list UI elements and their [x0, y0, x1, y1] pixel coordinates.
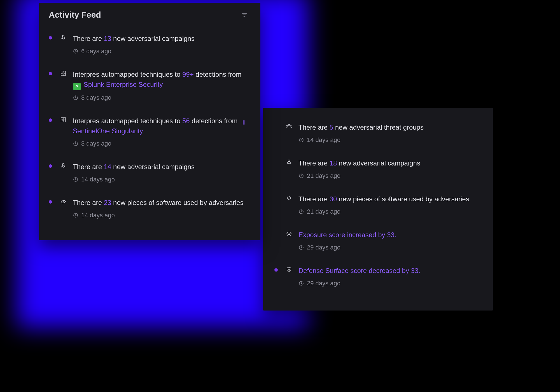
automap-icon — [60, 116, 67, 123]
feed-item-count: 30 — [330, 195, 337, 203]
feed-item-text: There are 30 new pieces of software used… — [298, 194, 482, 204]
feed-item-count: 18 — [330, 159, 337, 167]
feed-item-text: Interpres automapped techniques to 99+ d… — [73, 69, 249, 90]
feed-item-text: There are 14 new adversarial campaigns — [73, 162, 249, 172]
timeline-bullet-icon — [274, 268, 278, 272]
feed-item-timestamp: 14 days ago — [73, 212, 249, 219]
feed-item[interactable]: Interpres automapped techniques to 56 de… — [49, 111, 249, 157]
feed-item[interactable]: There are 14 new adversarial campaigns14… — [49, 157, 249, 193]
feed-item-body: Interpres automapped techniques to 56 de… — [73, 116, 249, 147]
feed-item-timestamp: 8 days ago — [73, 140, 249, 147]
activity-feed-panel-continued: There are 5 new adversarial threat group… — [263, 108, 493, 311]
clock-icon — [73, 177, 78, 182]
feed-item-type-icon — [286, 266, 292, 273]
feed-item-text-fragment: There are — [73, 199, 104, 206]
code-icon — [60, 198, 67, 205]
feed-item-timestamp: 29 days ago — [298, 244, 482, 251]
feed-item-count: 14 — [104, 163, 111, 171]
feed-item-text-fragment: new adversarial campaigns — [337, 159, 420, 167]
feed-item[interactable]: There are 5 new adversarial threat group… — [274, 118, 482, 154]
feed-item-text-fragment: There are — [298, 159, 330, 167]
panel-header: Activity Feed — [49, 10, 249, 20]
feed-item-text-fragment: Exposure score increased by 33. — [298, 231, 396, 239]
clock-icon — [73, 213, 78, 218]
feed-item[interactable]: Defense Surface score decreased by 33.29… — [274, 261, 482, 297]
feed-item-text-fragment: There are — [73, 35, 104, 42]
feed-item-link[interactable]: Splunk Enterprise Security — [84, 81, 163, 88]
timeline-bullet-icon — [49, 72, 52, 75]
clock-icon — [298, 281, 304, 286]
feed-item[interactable]: There are 13 new adversarial campaigns6 … — [49, 29, 249, 65]
feed-item-time-text: 21 days ago — [307, 208, 340, 215]
clock-icon — [298, 245, 304, 250]
timeline-bullet-icon — [49, 164, 52, 168]
feed-item-type-icon — [60, 198, 67, 205]
automap-icon — [60, 70, 67, 77]
feed-item-count: 5 — [330, 123, 333, 131]
activity-feed-panel: Activity Feed There are 13 new adversari… — [39, 3, 260, 240]
feed-item-timestamp: 21 days ago — [298, 172, 482, 179]
feed-item-text-fragment: new pieces of software used by adversari… — [111, 199, 243, 206]
feed-item-timestamp: 6 days ago — [73, 48, 249, 55]
feed-item-body: There are 5 new adversarial threat group… — [298, 122, 482, 144]
feed-item-body: Interpres automapped techniques to 99+ d… — [73, 69, 249, 101]
feed-item-time-text: 14 days ago — [81, 176, 115, 183]
clock-icon — [298, 137, 304, 143]
filter-icon — [241, 11, 248, 18]
feed-item-time-text: 29 days ago — [307, 244, 340, 251]
clock-icon — [298, 173, 304, 179]
splunk-badge-icon: > — [73, 83, 81, 90]
feed-item[interactable]: There are 18 new adversarial campaigns21… — [274, 154, 482, 190]
feed-item-body: There are 30 new pieces of software used… — [298, 194, 482, 215]
feed-item-body: There are 14 new adversarial campaigns14… — [73, 162, 249, 183]
exposure-icon — [286, 230, 292, 237]
feed-item-text-fragment: new adversarial threat groups — [333, 123, 424, 131]
feed-item-body: There are 13 new adversarial campaigns6 … — [73, 34, 249, 55]
clock-icon — [73, 95, 78, 101]
feed-item-text: There are 13 new adversarial campaigns — [73, 34, 249, 44]
campaign-icon — [286, 159, 292, 165]
timeline-bullet-icon — [49, 36, 52, 39]
feed-item-text: There are 18 new adversarial campaigns — [298, 158, 482, 168]
feed-item-text-fragment: Interpres automapped techniques to — [73, 117, 182, 125]
feed-item[interactable]: Interpres automapped techniques to 99+ d… — [49, 65, 249, 111]
feed-item-text-fragment: new adversarial campaigns — [111, 35, 194, 42]
feed-item-type-icon — [286, 230, 292, 237]
code-icon — [286, 195, 292, 201]
feed-item-timestamp: 14 days ago — [73, 176, 249, 183]
feed-item-text-fragment: detections from — [190, 117, 239, 125]
feed-item-text: There are 5 new adversarial threat group… — [298, 122, 482, 132]
sentinelone-badge-icon: ⦀ — [240, 119, 247, 126]
feed-item-count: 99+ — [182, 71, 194, 78]
feed-item-count: 13 — [104, 35, 111, 42]
feed-item-body: Exposure score increased by 33.29 days a… — [298, 230, 482, 251]
feed-item-time-text: 14 days ago — [307, 136, 340, 144]
feed-item-type-icon — [286, 123, 292, 130]
feed-item-text-fragment: There are — [298, 195, 330, 203]
feed-item-timestamp: 29 days ago — [298, 280, 482, 287]
feed-item-time-text: 6 days ago — [81, 48, 111, 55]
feed-item[interactable]: There are 23 new pieces of software used… — [49, 193, 249, 229]
feed-item[interactable]: There are 30 new pieces of software used… — [274, 190, 482, 225]
feed-item-text-fragment: Defense Surface score decreased by 33. — [298, 267, 420, 274]
defense-icon — [286, 266, 292, 273]
feed-item-text-fragment: There are — [73, 163, 104, 171]
feed-item-type-icon — [60, 70, 67, 77]
feed-item[interactable]: Exposure score increased by 33.29 days a… — [274, 225, 482, 261]
feed-item-text: Interpres automapped techniques to 56 de… — [73, 116, 249, 136]
filter-button[interactable] — [240, 10, 249, 20]
feed-item-link[interactable]: SentinelOne Singularity — [73, 127, 143, 135]
feed-item-time-text: 21 days ago — [307, 172, 340, 179]
clock-icon — [73, 141, 78, 146]
feed-item-text-fragment: Interpres automapped techniques to — [73, 71, 182, 78]
feed-item-text: Defense Surface score decreased by 33. — [298, 266, 482, 276]
campaign-icon — [60, 34, 67, 41]
feed-item-text-fragment: new pieces of software used by adversari… — [337, 195, 469, 203]
feed-item-text: Exposure score increased by 33. — [298, 230, 482, 240]
feed-item-count: 23 — [104, 199, 111, 206]
feed-item-time-text: 29 days ago — [307, 280, 340, 287]
feed-item-body: There are 23 new pieces of software used… — [73, 198, 249, 219]
timeline-bullet-icon — [49, 200, 52, 204]
panel-title: Activity Feed — [49, 10, 101, 20]
campaign-icon — [60, 162, 67, 169]
